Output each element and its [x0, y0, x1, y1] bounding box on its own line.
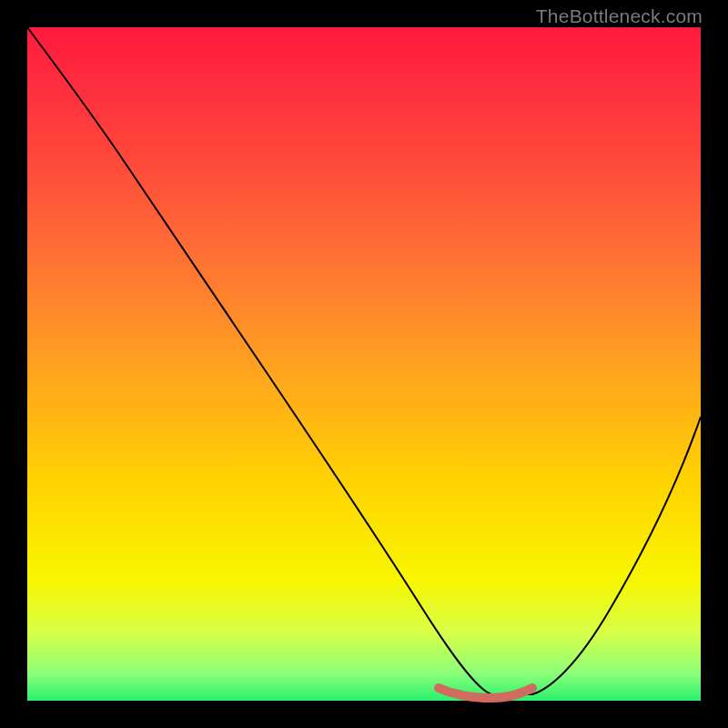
plot-area: [27, 27, 701, 701]
series-flat-bottom-highlight: [439, 688, 532, 698]
series-curve: [27, 27, 701, 694]
chart-frame: TheBottleneck.com: [0, 0, 728, 728]
chart-svg: [27, 27, 701, 701]
watermark-text: TheBottleneck.com: [536, 5, 703, 27]
